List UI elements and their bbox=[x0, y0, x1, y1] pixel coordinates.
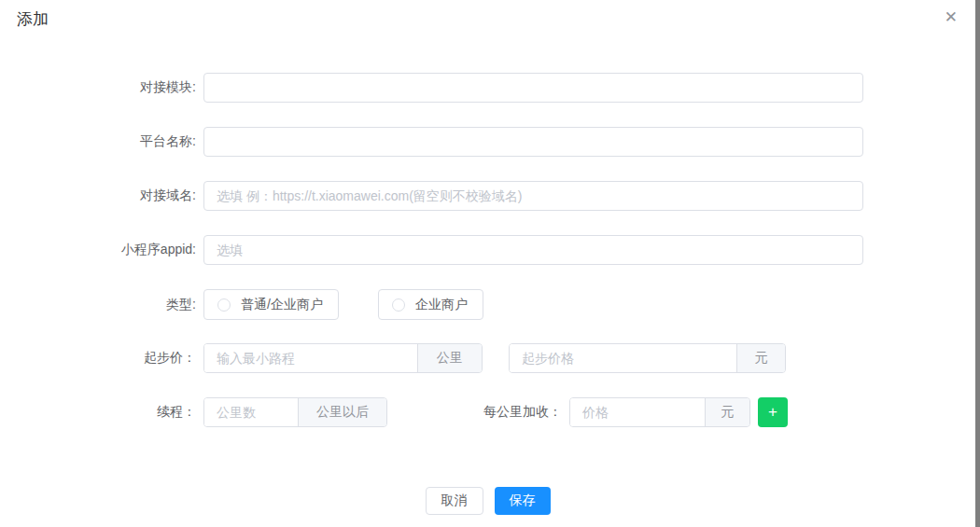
radio-option-label: 企业商户 bbox=[415, 297, 468, 313]
type-label: 类型: bbox=[0, 297, 196, 313]
form-row-base-price: 起步价： 公里 元 bbox=[0, 343, 975, 373]
extension-km-input[interactable] bbox=[204, 398, 298, 426]
add-tier-button[interactable]: + bbox=[758, 397, 788, 427]
appid-label: 小程序appid: bbox=[0, 242, 196, 258]
module-input[interactable] bbox=[203, 73, 863, 103]
save-button[interactable]: 保存 bbox=[495, 487, 551, 515]
min-distance-input[interactable] bbox=[204, 344, 417, 372]
km-after-unit-suffix: 公里以后 bbox=[298, 398, 386, 426]
add-dialog: 添加 ✕ 对接模块: 平台名称: 对接域名: 小程序appid: bbox=[0, 0, 980, 527]
per-km-price-group: 元 bbox=[569, 397, 750, 427]
yuan-unit-suffix: 元 bbox=[705, 398, 749, 426]
dialog-title: 添加 bbox=[17, 8, 49, 30]
radio-option-enterprise-merchant[interactable]: 企业商户 bbox=[378, 289, 483, 320]
add-form: 对接模块: 平台名称: 对接域名: 小程序appid: bbox=[0, 73, 975, 451]
form-row-domain: 对接域名: bbox=[0, 181, 975, 211]
appid-input[interactable] bbox=[203, 235, 863, 265]
base-price-input[interactable] bbox=[510, 344, 736, 372]
domain-input[interactable] bbox=[203, 181, 863, 211]
module-label: 对接模块: bbox=[0, 79, 196, 96]
base-price-label: 起步价： bbox=[0, 350, 196, 367]
per-km-price-input[interactable] bbox=[570, 398, 705, 426]
dialog-footer: 取消 保存 bbox=[0, 487, 975, 515]
extension-distance-group: 公里以后 bbox=[203, 397, 387, 427]
vertical-scrollbar[interactable] bbox=[975, 0, 980, 527]
form-row-extension: 续程： 公里以后 每公里加收： 元 + bbox=[0, 397, 975, 427]
form-row-appid: 小程序appid: bbox=[0, 235, 975, 265]
form-row-platform: 平台名称: bbox=[0, 127, 975, 157]
close-icon[interactable]: ✕ bbox=[945, 9, 958, 25]
min-distance-group: 公里 bbox=[203, 343, 483, 373]
radio-option-normal-merchant[interactable]: 普通/企业商户 bbox=[203, 289, 339, 320]
cancel-button[interactable]: 取消 bbox=[426, 487, 483, 515]
extension-label: 续程： bbox=[0, 404, 196, 421]
radio-circle-icon bbox=[392, 298, 405, 312]
platform-name-input[interactable] bbox=[203, 127, 863, 157]
radio-circle-icon bbox=[217, 298, 231, 312]
form-row-type: 类型: 普通/企业商户 企业商户 bbox=[0, 289, 975, 320]
platform-label: 平台名称: bbox=[0, 133, 196, 150]
form-row-module: 对接模块: bbox=[0, 73, 975, 103]
yuan-unit-suffix: 元 bbox=[736, 344, 785, 372]
km-unit-suffix: 公里 bbox=[417, 344, 483, 372]
per-km-charge-label: 每公里加收： bbox=[483, 404, 562, 421]
radio-option-label: 普通/企业商户 bbox=[241, 297, 323, 313]
domain-label: 对接域名: bbox=[0, 187, 196, 204]
base-price-group: 元 bbox=[509, 343, 786, 373]
